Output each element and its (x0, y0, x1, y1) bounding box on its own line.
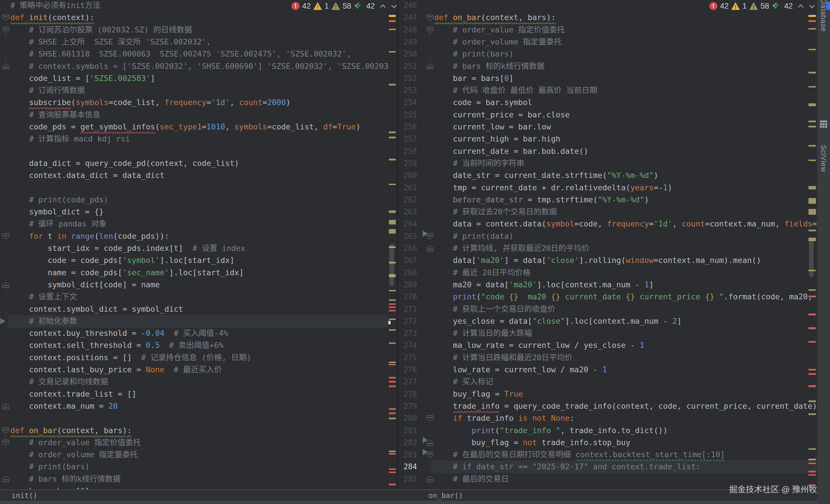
code-line[interactable]: for t in range(len(code_pds)): (8, 230, 388, 242)
line-number[interactable]: 273 (398, 327, 417, 340)
error-stripe-mark[interactable] (389, 381, 396, 382)
error-stripe-mark[interactable] (808, 463, 816, 464)
code-line[interactable]: # SHSE.601318 SZSE.000063 SZSE.002475 'S… (8, 48, 388, 60)
line-number[interactable]: 267 (398, 254, 417, 267)
code-line[interactable]: # print(bars) (8, 461, 388, 473)
line-number[interactable]: 268 (398, 267, 417, 279)
code-line[interactable]: name = code_pds['sec_name'].loc[start_id… (8, 267, 388, 279)
error-stripe-mark[interactable] (389, 210, 396, 213)
code-line[interactable]: context.data_dict = data_dict (8, 169, 388, 182)
breadcrumb-on-bar[interactable]: on_bar() (428, 490, 463, 502)
line-number[interactable]: 283 (398, 448, 417, 461)
error-stripe-mark[interactable] (808, 160, 816, 161)
error-stripe-mark[interactable] (389, 377, 396, 378)
error-stripe-mark[interactable] (808, 121, 816, 122)
tool-window-sciview[interactable]: SciView (819, 145, 828, 172)
code-line[interactable]: # 查询股票基本信息 (8, 109, 388, 121)
scrollbar-thumb[interactable] (389, 243, 394, 287)
error-stripe-mark[interactable] (808, 209, 816, 215)
code-line[interactable]: # print(bars) (432, 48, 817, 60)
code-line[interactable]: # 最近 20日平均价格 (432, 267, 817, 279)
code-line[interactable]: context.ma_num = 20 (8, 400, 388, 412)
error-stripe-mark[interactable] (389, 412, 396, 414)
code-line[interactable]: start_idx = code_pds.index[t] # 设置 index (8, 242, 388, 255)
line-number[interactable]: 247 (398, 11, 417, 24)
line-number[interactable]: 261 (398, 182, 417, 194)
inspections-widget-right[interactable]: 42 1 58 42 (709, 1, 815, 11)
code-line[interactable]: # order_volume 指定量委托 (8, 448, 388, 461)
line-number[interactable]: 252 (398, 72, 417, 85)
left-editor-gutter[interactable] (0, 0, 8, 490)
error-stripe-mark[interactable] (808, 471, 816, 472)
code-line[interactable]: symbol_dict[code] = name (8, 279, 388, 291)
error-stripe-mark[interactable] (389, 385, 396, 387)
navigation-arrow-icon[interactable] (0, 318, 5, 324)
code-line[interactable]: ma20 = data['ma20'].loc[context.ma_num -… (432, 279, 817, 291)
error-stripe-mark[interactable] (808, 373, 816, 375)
error-stripe-mark[interactable] (389, 472, 396, 473)
error-stripe-mark[interactable] (389, 184, 396, 185)
line-number[interactable]: 275 (398, 351, 417, 364)
line-number[interactable]: 250 (398, 48, 417, 60)
line-number[interactable]: 285 (398, 473, 417, 485)
code-line[interactable]: tmp = current_date + dr.relativedelta(ye… (432, 182, 817, 194)
error-stripe-mark[interactable] (389, 220, 396, 225)
line-number[interactable]: 272 (398, 315, 417, 328)
error-stripe-mark[interactable] (808, 145, 816, 147)
code-line[interactable]: symbol_dict = {} (8, 206, 388, 218)
line-number[interactable]: 254 (398, 96, 417, 109)
error-stripe-mark[interactable] (808, 230, 816, 231)
line-number[interactable]: 271 (398, 303, 417, 315)
error-stripe-mark[interactable] (389, 408, 396, 410)
code-line[interactable]: code_pds = get_symbol_infos(sec_type1=10… (8, 121, 388, 133)
code-line[interactable]: # print(code_pds) (8, 194, 388, 206)
error-stripe-mark[interactable] (808, 385, 816, 387)
prev-problem-icon[interactable] (798, 3, 804, 9)
breadcrumb-init[interactable]: init() (11, 490, 37, 502)
code-line[interactable]: current_high = bar.high (432, 133, 817, 145)
code-line[interactable]: # 交易记录和均线数据 (8, 376, 388, 388)
code-line[interactable]: low_rate = current_low / ma20 - 1 (432, 364, 817, 376)
code-line[interactable]: def on_bar(context, bars): (8, 425, 388, 437)
table-grid-icon[interactable] (820, 121, 827, 128)
error-stripe-mark[interactable] (389, 342, 396, 344)
code-line[interactable]: context.trade_list = [] (8, 388, 388, 400)
line-number[interactable]: 259 (398, 157, 417, 170)
code-line[interactable]: # 当前时间的字符串 (432, 157, 817, 170)
line-number[interactable]: 270 (398, 291, 417, 303)
code-line[interactable]: current_date = bar.bob.date() (432, 145, 817, 158)
line-number[interactable]: 276 (398, 364, 417, 376)
inspections-widget-left[interactable]: 42 1 58 42 (291, 1, 397, 11)
code-line[interactable]: # 计算当日的最大跌幅 (432, 327, 817, 340)
line-number[interactable]: 280 (398, 412, 417, 425)
code-line[interactable]: # 获取上一个交易日的收盘价 (432, 303, 817, 315)
error-stripe-mark[interactable] (808, 369, 816, 371)
code-line[interactable]: # 买入标记 (432, 376, 817, 388)
code-line[interactable]: # 订阅苏泊尔股票 (002032.SZ) 的日线数据 (8, 24, 388, 36)
error-stripe-mark[interactable] (808, 341, 816, 343)
line-number[interactable]: 257 (398, 133, 417, 145)
error-stripe-mark[interactable] (389, 137, 396, 138)
code-line[interactable]: # if date_str == "2025-02-17" and contex… (432, 461, 817, 473)
code-line[interactable]: context.positions = [] # 记录持仓信息 (价格, 日期) (8, 351, 388, 364)
code-line[interactable]: context.last_buy_price = None # 最近买入价 (8, 364, 388, 376)
code-line[interactable]: # bars 标的k线行情数据 (432, 60, 817, 73)
line-number[interactable]: 284 (398, 461, 417, 473)
code-line[interactable]: # 订阅行情数据 (8, 85, 388, 97)
code-line[interactable] (8, 145, 388, 158)
error-stripe-mark[interactable] (808, 289, 816, 291)
code-line[interactable]: # 计算均线, 并获取最近20日的平均价 (432, 242, 817, 255)
error-stripe-mark[interactable] (808, 186, 816, 190)
error-stripe-mark[interactable] (389, 20, 396, 22)
scrollbar-thumb[interactable] (809, 240, 813, 277)
line-number[interactable]: 260 (398, 169, 417, 182)
error-stripe-mark[interactable] (808, 448, 816, 450)
tool-window-database[interactable]: Database (819, 0, 828, 32)
next-problem-icon[interactable] (391, 3, 397, 9)
code-line[interactable]: print("code {} ma20 {} current_date {} c… (432, 291, 817, 303)
code-line[interactable]: context.symbol_dict = symbol_dict (8, 303, 388, 315)
error-stripe-mark[interactable] (808, 72, 816, 73)
code-line[interactable]: code = code_pds['symbol'].loc[start_idx] (8, 254, 388, 267)
navigation-arrow-icon[interactable] (423, 449, 428, 455)
error-stripe-mark[interactable] (389, 450, 396, 452)
